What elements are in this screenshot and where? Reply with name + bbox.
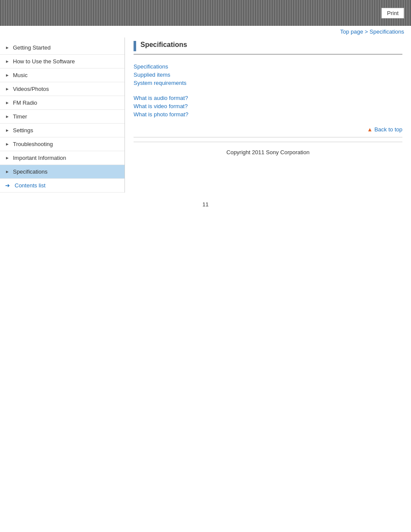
section-title: Specifications <box>140 41 187 51</box>
sidebar-item-label: Timer <box>13 113 27 120</box>
back-to-top-link[interactable]: ▲Back to top <box>367 126 402 133</box>
sidebar-item-label: Settings <box>13 127 33 134</box>
link-group-1: Specifications Supplied items System req… <box>134 63 402 86</box>
audio-format-link[interactable]: What is audio format? <box>134 95 402 101</box>
specifications-link[interactable]: Specifications <box>134 63 402 70</box>
content-area: Specifications Specifications Supplied i… <box>125 37 411 193</box>
back-to-top-icon: ▲ <box>367 126 373 133</box>
breadcrumb-current: Specifications <box>370 28 404 35</box>
video-format-link[interactable]: What is video format? <box>134 103 402 109</box>
sidebar-item-videos-photos[interactable]: ► Videos/Photos <box>0 82 125 96</box>
arrow-icon: ► <box>5 59 10 64</box>
sidebar-item-music[interactable]: ► Music <box>0 68 125 82</box>
sidebar-item-label: Getting Started <box>13 44 50 51</box>
link-group-2: What is audio format? What is video form… <box>134 95 402 118</box>
system-requirements-link[interactable]: System requirements <box>134 80 402 86</box>
breadcrumb-top-link[interactable]: Top page <box>340 28 363 35</box>
section-title-bar: Specifications <box>134 41 402 55</box>
contents-list-button[interactable]: ➔ Contents list <box>0 179 125 193</box>
sidebar-item-label: Important Information <box>13 155 66 161</box>
breadcrumb-separator: > <box>363 28 370 35</box>
sidebar-item-fm-radio[interactable]: ► FM Radio <box>0 96 125 110</box>
sidebar-item-label: How to Use the Software <box>13 58 75 65</box>
sidebar-item-important-information[interactable]: ► Important Information <box>0 151 125 165</box>
photo-format-link[interactable]: What is photo format? <box>134 111 402 118</box>
arrow-icon: ► <box>5 100 10 105</box>
arrow-icon: ► <box>5 73 10 78</box>
sidebar-item-troubleshooting[interactable]: ► Troubleshooting <box>0 137 125 151</box>
main-layout: ► Getting Started ► How to Use the Softw… <box>0 37 411 193</box>
arrow-icon: ► <box>5 156 10 160</box>
back-to-top: ▲Back to top <box>134 126 402 137</box>
sidebar-item-label: Specifications <box>13 168 47 175</box>
sidebar-item-how-to-use[interactable]: ► How to Use the Software <box>0 55 125 68</box>
sidebar-item-timer[interactable]: ► Timer <box>0 110 125 124</box>
sidebar-item-label: Music <box>13 72 28 78</box>
contents-list-arrow-icon: ➔ <box>5 182 13 189</box>
sidebar-item-label: FM Radio <box>13 100 37 106</box>
page-number: 11 <box>0 201 411 208</box>
arrow-icon: ► <box>5 45 10 50</box>
arrow-icon: ► <box>5 87 10 91</box>
footer-copyright: Copyright 2011 Sony Corporation <box>134 142 402 162</box>
sidebar-item-specifications[interactable]: ► Specifications <box>0 165 125 179</box>
section-title-accent <box>134 41 136 51</box>
header-stripe: Print <box>0 0 411 26</box>
supplied-items-link[interactable]: Supplied items <box>134 72 402 78</box>
arrow-icon: ► <box>5 128 10 133</box>
arrow-icon: ► <box>5 169 10 174</box>
sidebar-item-label: Troubleshooting <box>13 141 53 147</box>
print-button[interactable]: Print <box>381 8 404 19</box>
breadcrumb: Top page > Specifications <box>0 26 411 37</box>
back-to-top-label: Back to top <box>374 126 402 133</box>
contents-list-label: Contents list <box>15 182 46 189</box>
arrow-icon: ► <box>5 114 10 119</box>
sidebar: ► Getting Started ► How to Use the Softw… <box>0 37 125 193</box>
sidebar-item-label: Videos/Photos <box>13 86 49 92</box>
arrow-icon: ► <box>5 142 10 146</box>
sidebar-item-settings[interactable]: ► Settings <box>0 124 125 137</box>
sidebar-item-getting-started[interactable]: ► Getting Started <box>0 41 125 55</box>
